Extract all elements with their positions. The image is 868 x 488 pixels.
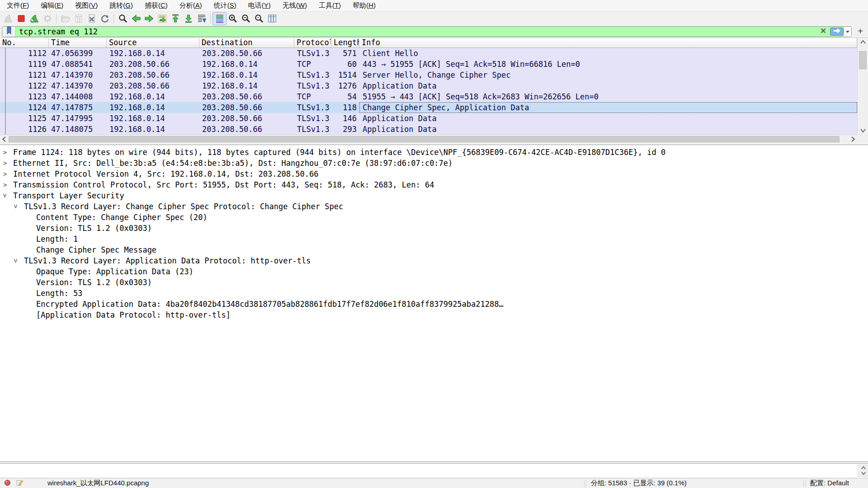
cell-info[interactable]: Application Data [359,124,857,135]
cell-proto[interactable]: TLSv1.3 [294,102,331,113]
scroll-down-arrow-icon[interactable] [858,127,868,135]
cell-time[interactable]: 47.148075 [49,124,107,135]
close-file-icon[interactable] [85,13,98,25]
cell-src[interactable]: 192.168.0.14 [107,48,199,59]
cell-info[interactable]: Application Data [359,80,857,91]
profile-label[interactable]: 配置: Default [810,479,864,488]
column-header-no[interactable]: No. [0,38,49,47]
detail-line-7[interactable]: Version: TLS 1.2 (0x0303) [0,223,868,234]
menu-item-w[interactable]: 无线(W) [277,0,313,11]
cell-info[interactable]: Change Cipher Spec, Application Data [359,102,857,113]
cell-len[interactable]: 54 [331,91,359,102]
goto-packet-icon[interactable] [156,13,169,25]
detail-line-13[interactable]: Length: 53 [0,288,868,299]
cell-proto[interactable]: TLSv1.3 [294,48,331,59]
menu-item-g[interactable]: 跳转(G) [104,0,139,11]
cell-time[interactable]: 47.147875 [49,102,107,113]
menu-item-a[interactable]: 分析(A) [174,0,208,11]
menu-item-y[interactable]: 电话(Y) [242,0,277,11]
expander-closed-icon[interactable]: > [3,158,7,169]
cell-len[interactable]: 1514 [331,70,359,80]
capture-comment-icon[interactable] [16,479,24,488]
column-header-destination[interactable]: Destination [199,38,294,47]
bytes-scroll-down-icon[interactable] [858,470,868,476]
cell-time[interactable]: 47.143970 [49,70,107,80]
expander-closed-icon[interactable]: > [3,169,7,179]
packet-row-1119[interactable]: 111947.088541203.208.50.66192.168.0.14TC… [0,59,857,70]
menu-item-s[interactable]: 统计(S) [208,0,242,11]
detail-line-8[interactable]: Length: 1 [0,234,868,244]
cell-proto[interactable]: TLSv1.3 [294,80,331,91]
vscroll-thumb[interactable] [859,51,867,69]
packet-row-1123[interactable]: 112347.144008192.168.0.14203.208.50.66TC… [0,91,857,102]
cell-no[interactable]: 1119 [0,59,49,70]
filter-history-dropdown[interactable] [844,27,851,37]
cell-dst[interactable]: 203.208.50.66 [199,102,294,113]
hscroll-thumb[interactable] [9,136,840,142]
detail-line-3[interactable]: >Transmission Control Protocol, Src Port… [0,179,868,190]
cell-src[interactable]: 192.168.0.14 [107,91,199,102]
detail-line-0[interactable]: >Frame 1124: 118 bytes on wire (944 bits… [0,147,868,158]
scroll-left-arrow-icon[interactable] [0,135,8,143]
detail-line-12[interactable]: Version: TLS 1.2 (0x0303) [0,277,868,288]
cell-time[interactable]: 47.144008 [49,91,107,102]
resize-columns-icon[interactable] [265,13,278,25]
restart-capture-icon[interactable] [28,13,41,25]
cell-src[interactable]: 192.168.0.14 [107,113,199,124]
find-packet-icon[interactable] [116,13,129,25]
cell-dst[interactable]: 192.168.0.14 [199,59,294,70]
expander-open-icon[interactable]: > [10,259,21,263]
menu-item-h[interactable]: 帮助(H) [347,0,382,11]
stop-capture-icon[interactable] [14,13,28,25]
display-filter-input[interactable] [16,27,817,37]
reload-icon[interactable] [98,13,111,25]
cell-dst[interactable]: 192.168.0.14 [199,70,294,80]
cell-time[interactable]: 47.088541 [49,59,107,70]
cell-info[interactable]: Client Hello [359,48,857,59]
cell-src[interactable]: 203.208.50.66 [107,80,199,91]
expert-info-icon[interactable] [4,479,11,488]
scroll-right-arrow-icon[interactable] [849,135,857,143]
clear-filter-button[interactable] [817,27,829,37]
cell-no[interactable]: 1122 [0,80,49,91]
packet-row-1125[interactable]: 112547.147995192.168.0.14203.208.50.66TL… [0,113,857,124]
cell-dst[interactable]: 203.208.50.66 [199,91,294,102]
detail-line-1[interactable]: >Ethernet II, Src: Dell_be:3b:a5 (e4:54:… [0,158,868,169]
menu-item-t[interactable]: 工具(T) [313,0,347,11]
add-filter-button[interactable]: + [854,26,866,37]
cell-no[interactable]: 1123 [0,91,49,102]
expander-closed-icon[interactable]: > [3,179,7,190]
go-forward-icon[interactable] [142,13,156,25]
menu-item-e[interactable]: 编辑(E) [35,0,69,11]
cell-no[interactable]: 1126 [0,124,49,135]
expander-open-icon[interactable]: > [10,205,21,208]
packet-list-vscrollbar[interactable] [857,38,868,135]
packet-row-1124[interactable]: 112447.147875192.168.0.14203.208.50.66TL… [0,102,857,113]
cell-time[interactable]: 47.147995 [49,113,107,124]
column-header-time[interactable]: Time [49,38,107,47]
cell-src[interactable]: 203.208.50.66 [107,59,199,70]
column-header-protocol[interactable]: Protocol [294,38,331,47]
cell-proto[interactable]: TLSv1.3 [294,70,331,80]
menu-item-f[interactable]: 文件(F) [1,0,35,11]
detail-line-15[interactable]: [Application Data Protocol: http-over-tl… [0,310,868,320]
scroll-up-arrow-icon[interactable] [858,38,868,46]
cell-info[interactable]: Application Data [359,113,857,124]
cell-no[interactable]: 1124 [0,102,49,113]
cell-time[interactable]: 47.056399 [49,48,107,59]
detail-line-11[interactable]: Opaque Type: Application Data (23) [0,266,868,277]
zoom-reset-icon[interactable] [252,13,265,25]
detail-line-9[interactable]: Change Cipher Spec Message [0,244,868,255]
cell-proto[interactable]: TCP [294,91,331,102]
cell-info[interactable]: Server Hello, Change Cipher Spec [359,70,857,80]
cell-dst[interactable]: 203.208.50.66 [199,124,294,135]
cell-len[interactable]: 571 [331,48,359,59]
capture-filename[interactable]: wireshark_以太网LFD440.pcapng [47,479,149,488]
detail-line-6[interactable]: Content Type: Change Cipher Spec (20) [0,212,868,223]
bytes-vscrollbar[interactable] [858,465,868,477]
cell-len[interactable]: 118 [331,102,359,113]
colorize-icon[interactable] [213,13,226,25]
detail-line-14[interactable]: Encrypted Application Data: 4ba20f8402b4… [0,299,868,310]
column-header-source[interactable]: Source [107,38,199,47]
detail-line-4[interactable]: >Transport Layer Security [0,190,868,201]
